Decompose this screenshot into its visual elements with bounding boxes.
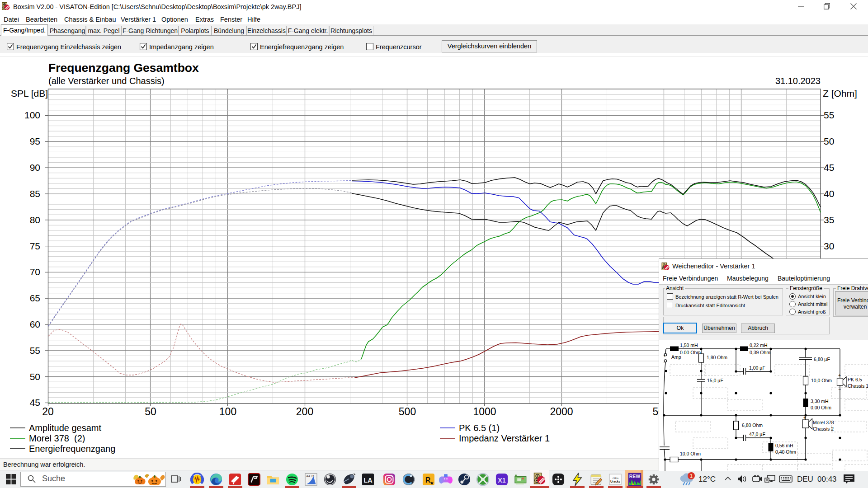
svg-text:X1: X1 — [498, 477, 506, 484]
svg-text:SPL [dB]: SPL [dB] — [11, 88, 48, 99]
svg-text:1,00 µF: 1,00 µF — [749, 365, 765, 371]
svg-text:0,39 Ohm: 0,39 Ohm — [750, 350, 770, 355]
svg-text:3,30 mH: 3,30 mH — [811, 399, 829, 404]
svg-text:100: 100 — [219, 406, 236, 418]
svg-text:80: 80 — [30, 215, 40, 225]
svg-text:Morel 378 (2): Morel 378 (2) — [29, 433, 85, 443]
svg-text:♫Hits: ♫Hits — [612, 477, 619, 479]
svg-text:50: 50 — [145, 406, 156, 418]
svg-text:−: − — [803, 431, 806, 436]
svg-text:55: 55 — [824, 110, 834, 120]
svg-text:REW: REW — [629, 474, 640, 479]
svg-text:−: − — [838, 386, 841, 392]
svg-text:+: + — [803, 415, 806, 420]
svg-text:200: 200 — [296, 406, 313, 418]
svg-text:0,56 mH: 0,56 mH — [775, 443, 793, 448]
svg-text:1: 1 — [690, 473, 693, 479]
svg-text:Morel 378: Morel 378 — [813, 420, 834, 425]
svg-text:Impedanz Verstärker 1: Impedanz Verstärker 1 — [459, 433, 550, 443]
svg-text:75: 75 — [30, 241, 40, 251]
svg-text:LA: LA — [363, 477, 372, 484]
svg-text:1000: 1000 — [473, 406, 496, 418]
svg-text:6,80 µF: 6,80 µF — [814, 357, 830, 362]
svg-text:70: 70 — [30, 267, 40, 277]
svg-text:1,50 mH: 1,50 mH — [680, 343, 698, 348]
svg-text:0.00 Ohm: 0.00 Ohm — [680, 350, 701, 355]
svg-text:Chassis 1: Chassis 1 — [848, 383, 868, 389]
svg-text:6,80 Ohm: 6,80 Ohm — [742, 422, 763, 428]
svg-text:50: 50 — [30, 371, 40, 382]
svg-text:90: 90 — [30, 162, 40, 173]
svg-text:30: 30 — [824, 241, 834, 251]
svg-text:Amp: Amp — [671, 354, 681, 360]
svg-text:10,0 Ohm: 10,0 Ohm — [811, 378, 832, 383]
svg-text:31.10.2023: 31.10.2023 — [775, 76, 821, 86]
svg-text:55: 55 — [30, 345, 40, 356]
svg-text:+: + — [663, 353, 666, 358]
svg-text:Energiefrequenzgang: Energiefrequenzgang — [29, 444, 115, 454]
svg-text:85: 85 — [30, 188, 40, 199]
svg-text:45: 45 — [30, 397, 40, 408]
svg-text:0.00 Ohm: 0.00 Ohm — [811, 405, 831, 410]
svg-text:Amplitude gesamt: Amplitude gesamt — [29, 423, 102, 433]
svg-text:Z [Ohm]: Z [Ohm] — [823, 88, 857, 99]
svg-text:PK 6.5 (1): PK 6.5 (1) — [459, 423, 500, 433]
svg-text:1,80 Ohm: 1,80 Ohm — [707, 355, 727, 360]
svg-text:+: + — [838, 372, 841, 378]
svg-text:15,0 µF: 15,0 µF — [707, 378, 723, 383]
svg-text:35: 35 — [824, 215, 834, 225]
svg-text:2000: 2000 — [550, 406, 573, 418]
svg-text:R: R — [425, 476, 430, 484]
svg-text:100: 100 — [24, 110, 40, 120]
svg-text:50: 50 — [824, 136, 834, 146]
svg-text:−: − — [663, 359, 666, 365]
svg-text:40: 40 — [824, 188, 834, 199]
svg-text:Chassis 2: Chassis 2 — [813, 426, 834, 432]
svg-text:Uracks: Uracks — [610, 480, 620, 483]
svg-text:10,0 Ohm: 10,0 Ohm — [680, 451, 701, 456]
svg-text:47,0 µF: 47,0 µF — [749, 432, 765, 437]
svg-text:0,40 Ohm: 0,40 Ohm — [775, 449, 796, 455]
svg-text:Frequenzgang Gesamtbox: Frequenzgang Gesamtbox — [48, 61, 199, 75]
svg-text:65: 65 — [30, 293, 40, 303]
svg-text:500: 500 — [399, 406, 416, 418]
svg-text:95: 95 — [30, 136, 40, 146]
svg-text:60: 60 — [30, 319, 40, 329]
svg-text:PK 6.5: PK 6.5 — [848, 377, 862, 382]
svg-text:45: 45 — [824, 162, 834, 173]
svg-text:0,22 mH: 0,22 mH — [750, 343, 768, 348]
svg-text:(alle Verstärker und Chassis): (alle Verstärker und Chassis) — [48, 76, 165, 86]
svg-text:20: 20 — [42, 406, 54, 418]
